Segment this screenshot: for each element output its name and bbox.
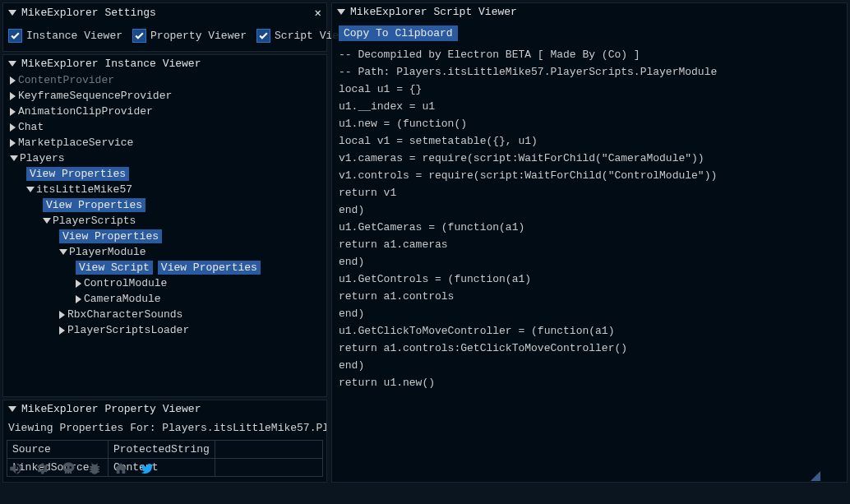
- tree-row[interactable]: MarketplaceService: [7, 135, 323, 150]
- checkbox-label: Property Viewer: [150, 30, 247, 42]
- chevron-down-icon[interactable]: [26, 187, 35, 192]
- bottom-toolbar: [7, 460, 156, 478]
- chevron-right-icon[interactable]: [59, 326, 65, 335]
- view-properties-button[interactable]: View Properties: [158, 261, 261, 275]
- tree-item-label: PlayerScriptsLoader: [67, 323, 189, 337]
- instance-viewer-panel: MikeExplorer Instance Viewer ContentProv…: [2, 54, 327, 397]
- code-line: u1.new = (function(): [339, 115, 840, 132]
- checkbox-icon[interactable]: [8, 29, 22, 43]
- property-viewer-title: MikeExplorer Property Viewer: [21, 403, 201, 415]
- tree-row[interactable]: PlayerScripts: [7, 213, 323, 229]
- tree-row[interactable]: PlayerScriptsLoader: [7, 322, 323, 338]
- tree-row[interactable]: CameraModule: [7, 291, 323, 307]
- tree-row[interactable]: itsLittleMike57: [7, 182, 323, 197]
- volume-icon[interactable]: [7, 460, 25, 478]
- tree-item-label: Chat: [18, 120, 44, 134]
- property-description: Viewing Properties For: Players.itsLittl…: [3, 418, 326, 438]
- code-line: return u1.new(): [339, 374, 840, 391]
- property-name: Source: [7, 441, 109, 459]
- code-line: end): [339, 305, 840, 322]
- chevron-right-icon[interactable]: [76, 295, 81, 303]
- chevron-down-icon: [8, 61, 16, 67]
- chevron-right-icon[interactable]: [10, 76, 16, 85]
- close-icon[interactable]: ✕: [315, 6, 321, 20]
- tree-item-label: CameraModule: [84, 292, 161, 306]
- tree-row[interactable]: ControlModule: [7, 275, 323, 291]
- script-viewer-panel: MikeExplorer Script Viewer Copy To Clipb…: [331, 2, 848, 483]
- code-line: u1.GetCameras = (function(a1): [339, 219, 840, 236]
- instance-tree[interactable]: ContentProviderKeyframeSequenceProviderA…: [3, 72, 326, 396]
- code-line: return v1: [339, 184, 840, 201]
- tree-row[interactable]: ContentProvider: [7, 72, 323, 88]
- chevron-right-icon[interactable]: [10, 123, 16, 132]
- checkbox-icon[interactable]: [256, 29, 270, 43]
- tree-row[interactable]: AnimationClipProvider: [7, 104, 323, 119]
- settings-panel: MikeExplorer Settings ✕ Instance ViewerP…: [2, 2, 327, 52]
- checkbox-instance-viewer[interactable]: Instance Viewer: [8, 29, 122, 43]
- property-type: ProtectedString: [108, 441, 215, 459]
- code-line: -- Path: Players.itsLittleMike57.PlayerS…: [339, 63, 840, 81]
- code-line: return a1.controls:GetClickToMoveControl…: [339, 340, 840, 357]
- gear-icon[interactable]: [33, 460, 51, 478]
- code-line: end): [339, 357, 840, 374]
- bug-icon[interactable]: [85, 460, 104, 478]
- code-line: end): [339, 253, 840, 270]
- tree-item-label: ContentProvider: [18, 73, 114, 87]
- code-line: local u1 = {}: [339, 81, 840, 98]
- tree-item-label: PlayerModule: [69, 245, 146, 259]
- tree-row[interactable]: View Properties: [7, 166, 323, 182]
- chevron-right-icon[interactable]: [10, 108, 16, 116]
- tree-item-label: itsLittleMike57: [36, 183, 132, 197]
- instance-viewer-header[interactable]: MikeExplorer Instance Viewer: [3, 55, 326, 72]
- code-line: return a1.cameras: [339, 236, 840, 253]
- chevron-down-icon[interactable]: [10, 155, 18, 161]
- chevron-right-icon[interactable]: [59, 311, 65, 319]
- code-line: v1.cameras = require(script:WaitForChild…: [339, 150, 840, 167]
- script-viewer-title: MikeExplorer Script Viewer: [350, 6, 517, 18]
- view-properties-button[interactable]: View Properties: [43, 198, 146, 212]
- chevron-down-icon[interactable]: [59, 249, 67, 255]
- table-row[interactable]: SourceProtectedString: [7, 441, 323, 459]
- tree-row[interactable]: Chat: [7, 119, 323, 135]
- twitter-icon[interactable]: [138, 460, 156, 478]
- code-line: u1.GetClickToMoveController = (function(…: [339, 322, 840, 340]
- chevron-right-icon[interactable]: [76, 280, 81, 288]
- tree-row[interactable]: KeyframeSequenceProvider: [7, 88, 323, 104]
- script-viewer-header[interactable]: MikeExplorer Script Viewer: [332, 3, 847, 21]
- code-line: end): [339, 201, 840, 219]
- code-line: local v1 = setmetatable({}, u1): [339, 132, 840, 150]
- property-value: [215, 459, 322, 477]
- copy-to-clipboard-button[interactable]: Copy To Clipboard: [339, 25, 458, 41]
- tree-item-label: MarketplaceService: [18, 136, 133, 150]
- settings-header[interactable]: MikeExplorer Settings ✕: [3, 3, 326, 22]
- chevron-down-icon: [8, 406, 16, 412]
- resize-handle-icon[interactable]: [809, 469, 820, 481]
- skull-icon[interactable]: [59, 460, 77, 478]
- tree-row[interactable]: View Properties: [7, 197, 323, 213]
- code-line: u1.GetControls = (function(a1): [339, 270, 840, 288]
- instance-viewer-title: MikeExplorer Instance Viewer: [21, 58, 201, 70]
- tree-item-label: AnimationClipProvider: [18, 104, 153, 118]
- chevron-down-icon[interactable]: [43, 218, 51, 224]
- view-properties-button[interactable]: View Properties: [26, 167, 129, 181]
- property-viewer-header[interactable]: MikeExplorer Property Viewer: [3, 400, 326, 418]
- tree-row[interactable]: RbxCharacterSounds: [7, 307, 323, 322]
- tree-item-label: RbxCharacterSounds: [67, 307, 182, 321]
- view-properties-button[interactable]: View Properties: [59, 229, 162, 243]
- chevron-right-icon[interactable]: [10, 139, 16, 147]
- tree-row[interactable]: PlayerModule: [7, 244, 323, 260]
- tree-row[interactable]: View ScriptView Properties: [7, 260, 323, 275]
- checkbox-icon[interactable]: [132, 29, 146, 43]
- chevron-right-icon[interactable]: [10, 92, 16, 100]
- tree-item-label: KeyframeSequenceProvider: [18, 89, 172, 103]
- chevron-down-icon: [8, 10, 16, 16]
- home-icon[interactable]: [112, 460, 130, 478]
- checkbox-label: Instance Viewer: [26, 30, 122, 42]
- tree-item-label: Players: [20, 151, 65, 165]
- checkbox-property-viewer[interactable]: Property Viewer: [132, 29, 247, 43]
- view-script-button[interactable]: View Script: [76, 261, 153, 275]
- settings-title: MikeExplorer Settings: [21, 7, 156, 19]
- tree-row[interactable]: View Properties: [7, 229, 323, 244]
- tree-row[interactable]: Players: [7, 150, 323, 166]
- code-line: v1.controls = require(script:WaitForChil…: [339, 167, 840, 184]
